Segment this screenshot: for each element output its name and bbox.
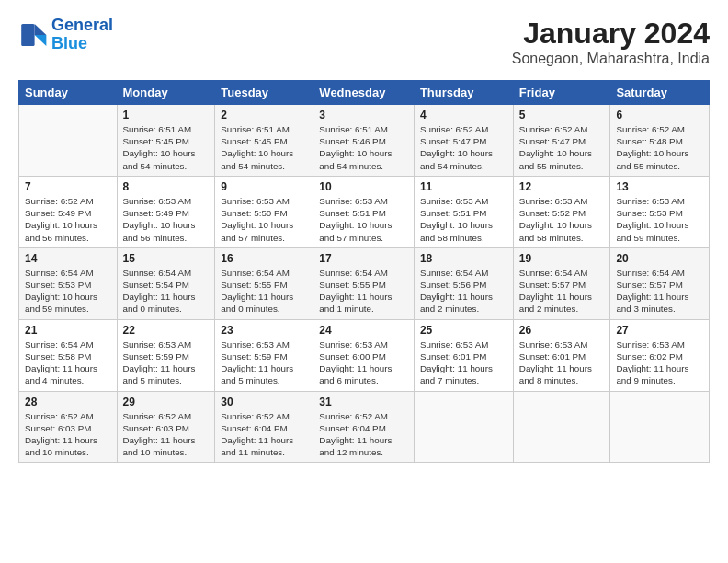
logo-icon [18,20,48,50]
calendar-cell: 20Sunrise: 6:54 AMSunset: 5:57 PMDayligh… [610,247,710,319]
day-number: 18 [420,252,507,265]
day-number: 5 [519,109,605,121]
day-info: Sunrise: 6:53 AMSunset: 5:53 PMDaylight:… [616,195,703,244]
day-info: Sunrise: 6:52 AMSunset: 5:47 PMDaylight:… [420,123,507,172]
day-number: 1 [123,109,210,121]
day-number: 6 [616,109,703,121]
calendar-cell: 25Sunrise: 6:53 AMSunset: 6:01 PMDayligh… [414,319,513,391]
day-number: 11 [420,180,507,193]
day-number: 26 [519,324,605,337]
calendar-cell: 8Sunrise: 6:53 AMSunset: 5:49 PMDaylight… [117,176,215,247]
calendar-cell: 16Sunrise: 6:54 AMSunset: 5:55 PMDayligh… [215,247,313,319]
day-number: 31 [319,396,408,408]
day-info: Sunrise: 6:53 AMSunset: 5:51 PMDaylight:… [319,195,408,244]
calendar-cell: 11Sunrise: 6:53 AMSunset: 5:51 PMDayligh… [414,176,513,247]
day-number: 16 [221,252,307,265]
calendar-cell: 4Sunrise: 6:52 AMSunset: 5:47 PMDaylight… [414,105,513,177]
day-info: Sunrise: 6:52 AMSunset: 5:48 PMDaylight:… [616,123,703,172]
calendar-cell: 29Sunrise: 6:52 AMSunset: 6:03 PMDayligh… [117,391,215,463]
header-saturday: Saturday [610,81,710,105]
day-number: 8 [123,180,210,193]
calendar-cell: 9Sunrise: 6:53 AMSunset: 5:50 PMDaylight… [215,176,313,247]
header-monday: Monday [117,81,215,105]
main-container: General Blue January 2024 Sonegaon, Maha… [0,0,728,472]
calendar-cell: 2Sunrise: 6:51 AMSunset: 5:45 PMDaylight… [215,105,313,177]
day-info: Sunrise: 6:53 AMSunset: 5:51 PMDaylight:… [420,195,507,244]
svg-marker-0 [35,24,47,35]
calendar-week-5: 28Sunrise: 6:52 AMSunset: 6:03 PMDayligh… [19,391,710,463]
calendar-subtitle: Sonegaon, Maharashtra, India [512,51,710,67]
calendar-week-3: 14Sunrise: 6:54 AMSunset: 5:53 PMDayligh… [19,247,710,319]
logo: General Blue [18,17,113,53]
day-info: Sunrise: 6:52 AMSunset: 6:03 PMDaylight:… [123,410,210,459]
calendar-cell: 7Sunrise: 6:52 AMSunset: 5:49 PMDaylight… [19,176,118,247]
calendar-cell: 15Sunrise: 6:54 AMSunset: 5:54 PMDayligh… [117,247,215,319]
calendar-cell: 6Sunrise: 6:52 AMSunset: 5:48 PMDaylight… [610,105,710,177]
logo-line1: General [51,16,113,34]
day-info: Sunrise: 6:54 AMSunset: 5:53 PMDaylight:… [25,267,111,316]
calendar-cell: 1Sunrise: 6:51 AMSunset: 5:45 PMDaylight… [117,105,215,177]
calendar-cell: 13Sunrise: 6:53 AMSunset: 5:53 PMDayligh… [610,176,710,247]
day-info: Sunrise: 6:53 AMSunset: 6:02 PMDaylight:… [616,339,703,387]
day-info: Sunrise: 6:53 AMSunset: 6:01 PMDaylight:… [420,339,507,387]
day-number: 7 [25,180,111,193]
calendar-cell: 19Sunrise: 6:54 AMSunset: 5:57 PMDayligh… [513,247,610,319]
calendar-table: Sunday Monday Tuesday Wednesday Thursday… [18,80,710,463]
day-number: 27 [616,324,703,337]
calendar-cell: 27Sunrise: 6:53 AMSunset: 6:02 PMDayligh… [610,319,710,391]
logo-line2: Blue [51,34,87,52]
svg-rect-2 [21,24,34,46]
day-info: Sunrise: 6:51 AMSunset: 5:46 PMDaylight:… [319,123,408,172]
day-number: 29 [123,396,210,408]
day-number: 25 [420,324,507,337]
calendar-cell: 24Sunrise: 6:53 AMSunset: 6:00 PMDayligh… [313,319,415,391]
calendar-cell: 26Sunrise: 6:53 AMSunset: 6:01 PMDayligh… [513,319,610,391]
calendar-cell: 12Sunrise: 6:53 AMSunset: 5:52 PMDayligh… [513,176,610,247]
day-info: Sunrise: 6:54 AMSunset: 5:57 PMDaylight:… [616,267,703,316]
calendar-cell: 10Sunrise: 6:53 AMSunset: 5:51 PMDayligh… [313,176,415,247]
logo-text: General Blue [51,17,113,53]
calendar-cell: 23Sunrise: 6:53 AMSunset: 5:59 PMDayligh… [215,319,313,391]
calendar-week-2: 7Sunrise: 6:52 AMSunset: 5:49 PMDaylight… [19,176,710,247]
day-info: Sunrise: 6:54 AMSunset: 5:57 PMDaylight:… [519,267,605,316]
day-number: 21 [25,324,111,337]
day-info: Sunrise: 6:53 AMSunset: 5:59 PMDaylight:… [123,339,210,387]
day-info: Sunrise: 6:53 AMSunset: 5:59 PMDaylight:… [221,339,307,387]
calendar-cell: 17Sunrise: 6:54 AMSunset: 5:55 PMDayligh… [313,247,415,319]
calendar-cell [610,391,710,463]
page-header: General Blue January 2024 Sonegaon, Maha… [18,17,710,67]
day-info: Sunrise: 6:53 AMSunset: 5:49 PMDaylight:… [123,195,210,244]
day-number: 30 [221,396,307,408]
day-info: Sunrise: 6:54 AMSunset: 5:55 PMDaylight:… [221,267,307,316]
calendar-cell: 30Sunrise: 6:52 AMSunset: 6:04 PMDayligh… [215,391,313,463]
header-row: Sunday Monday Tuesday Wednesday Thursday… [19,81,710,105]
calendar-cell: 3Sunrise: 6:51 AMSunset: 5:46 PMDaylight… [313,105,415,177]
day-number: 4 [420,109,507,121]
day-number: 19 [519,252,605,265]
day-number: 17 [319,252,408,265]
calendar-cell: 14Sunrise: 6:54 AMSunset: 5:53 PMDayligh… [19,247,118,319]
day-info: Sunrise: 6:52 AMSunset: 6:04 PMDaylight:… [221,410,307,459]
day-number: 15 [123,252,210,265]
day-info: Sunrise: 6:52 AMSunset: 5:49 PMDaylight:… [25,195,111,244]
header-thursday: Thursday [414,81,513,105]
day-info: Sunrise: 6:54 AMSunset: 5:55 PMDaylight:… [319,267,408,316]
day-info: Sunrise: 6:53 AMSunset: 5:50 PMDaylight:… [221,195,307,244]
day-number: 3 [319,109,408,121]
day-info: Sunrise: 6:54 AMSunset: 5:54 PMDaylight:… [123,267,210,316]
day-number: 23 [221,324,307,337]
calendar-cell [19,105,118,177]
calendar-cell: 21Sunrise: 6:54 AMSunset: 5:58 PMDayligh… [19,319,118,391]
day-number: 2 [221,109,307,121]
calendar-cell: 28Sunrise: 6:52 AMSunset: 6:03 PMDayligh… [19,391,118,463]
calendar-cell: 5Sunrise: 6:52 AMSunset: 5:47 PMDaylight… [513,105,610,177]
day-info: Sunrise: 6:51 AMSunset: 5:45 PMDaylight:… [221,123,307,172]
day-info: Sunrise: 6:53 AMSunset: 6:01 PMDaylight:… [519,339,605,387]
day-info: Sunrise: 6:51 AMSunset: 5:45 PMDaylight:… [123,123,210,172]
calendar-cell [414,391,513,463]
calendar-title: January 2024 [512,17,710,51]
svg-marker-1 [35,35,47,46]
day-info: Sunrise: 6:52 AMSunset: 6:03 PMDaylight:… [25,410,111,459]
header-sunday: Sunday [19,81,118,105]
day-number: 14 [25,252,111,265]
